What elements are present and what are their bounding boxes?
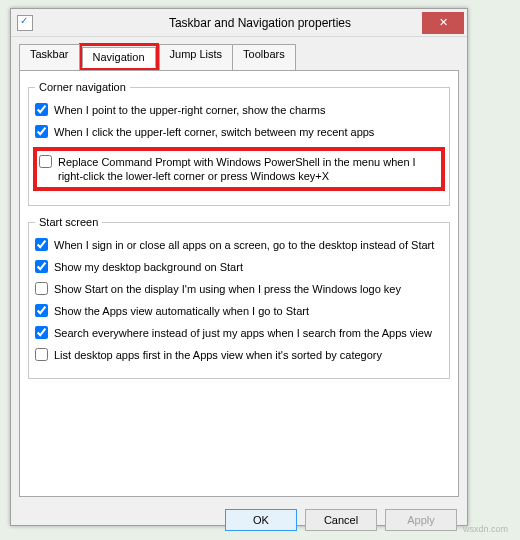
tab-jump-lists[interactable]: Jump Lists: [159, 44, 234, 71]
ok-button[interactable]: OK: [225, 509, 297, 531]
checkbox-search-everywhere-label: Search everywhere instead of just my app…: [54, 326, 432, 340]
checkbox-row-list-desktop-first[interactable]: List desktop apps first in the Apps view…: [35, 348, 443, 362]
cancel-button[interactable]: Cancel: [305, 509, 377, 531]
tab-panel: Corner navigation When I point to the up…: [19, 70, 459, 497]
checkbox-apps-view[interactable]: [35, 304, 48, 317]
tab-taskbar[interactable]: Taskbar: [19, 44, 80, 71]
checkbox-row-search-everywhere[interactable]: Search everywhere instead of just my app…: [35, 326, 443, 340]
checkbox-desktop-bg-label: Show my desktop background on Start: [54, 260, 243, 274]
watermark: wsxdn.com: [463, 524, 508, 534]
checkbox-row-apps-view[interactable]: Show the Apps view automatically when I …: [35, 304, 443, 318]
checkbox-row-powershell[interactable]: Replace Command Prompt with Windows Powe…: [39, 155, 439, 183]
checkbox-row-start-display[interactable]: Show Start on the display I'm using when…: [35, 282, 443, 296]
checkbox-apps-view-label: Show the Apps view automatically when I …: [54, 304, 309, 318]
checkbox-recent-apps-label: When I click the upper-left corner, swit…: [54, 125, 374, 139]
system-menu-icon[interactable]: [17, 15, 33, 31]
highlight-box-powershell: Replace Command Prompt with Windows Powe…: [33, 147, 445, 191]
checkbox-powershell-label: Replace Command Prompt with Windows Powe…: [58, 155, 439, 183]
checkbox-search-everywhere[interactable]: [35, 326, 48, 339]
group-corner-navigation: Corner navigation When I point to the up…: [28, 81, 450, 206]
checkbox-row-charms[interactable]: When I point to the upper-right corner, …: [35, 103, 443, 117]
close-button[interactable]: ✕: [422, 12, 464, 34]
titlebar: Taskbar and Navigation properties ✕: [11, 9, 467, 37]
tab-toolbars[interactable]: Toolbars: [232, 44, 296, 71]
checkbox-desktop-signin-label: When I sign in or close all apps on a sc…: [54, 238, 434, 252]
checkbox-charms[interactable]: [35, 103, 48, 116]
group-corner-legend: Corner navigation: [35, 81, 130, 93]
tab-navigation[interactable]: Navigation: [82, 47, 156, 68]
close-icon: ✕: [439, 16, 448, 29]
checkbox-list-desktop-first-label: List desktop apps first in the Apps view…: [54, 348, 382, 362]
checkbox-desktop-bg[interactable]: [35, 260, 48, 273]
checkbox-charms-label: When I point to the upper-right corner, …: [54, 103, 325, 117]
checkbox-row-desktop-bg[interactable]: Show my desktop background on Start: [35, 260, 443, 274]
checkbox-row-recent-apps[interactable]: When I click the upper-left corner, swit…: [35, 125, 443, 139]
properties-window: Taskbar and Navigation properties ✕ Task…: [10, 8, 468, 526]
checkbox-start-display[interactable]: [35, 282, 48, 295]
tab-strip: Taskbar Navigation Jump Lists Toolbars: [19, 43, 459, 70]
group-start-legend: Start screen: [35, 216, 102, 228]
checkbox-powershell[interactable]: [39, 155, 52, 168]
checkbox-row-desktop-signin[interactable]: When I sign in or close all apps on a sc…: [35, 238, 443, 252]
dialog-footer: OK Cancel Apply: [11, 503, 467, 539]
checkbox-start-display-label: Show Start on the display I'm using when…: [54, 282, 401, 296]
highlight-box-tab: Navigation: [79, 43, 159, 70]
group-start-screen: Start screen When I sign in or close all…: [28, 216, 450, 379]
apply-button[interactable]: Apply: [385, 509, 457, 531]
checkbox-desktop-signin[interactable]: [35, 238, 48, 251]
checkbox-recent-apps[interactable]: [35, 125, 48, 138]
checkbox-list-desktop-first[interactable]: [35, 348, 48, 361]
